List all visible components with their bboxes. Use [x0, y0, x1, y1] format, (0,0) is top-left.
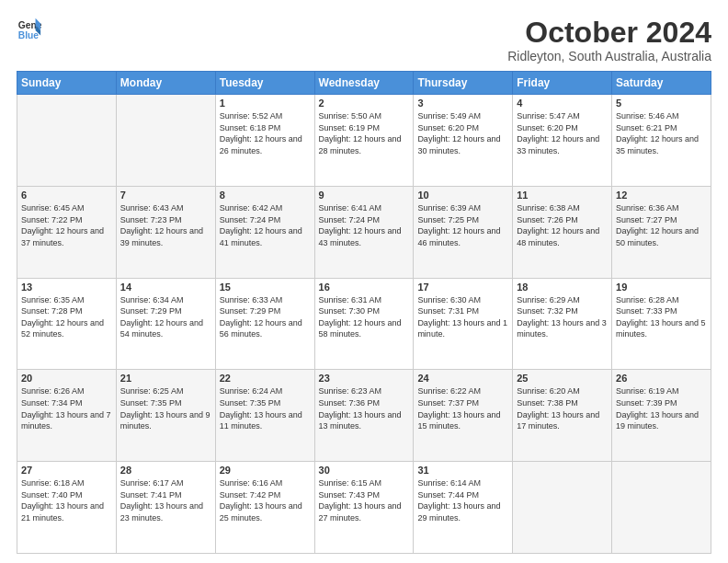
day-info: Sunrise: 6:42 AM Sunset: 7:24 PM Dayligh…	[220, 202, 311, 248]
day-number: 26	[616, 373, 707, 384]
day-info: Sunrise: 6:23 AM Sunset: 7:36 PM Dayligh…	[319, 385, 410, 431]
table-row: 2Sunrise: 5:50 AM Sunset: 6:19 PM Daylig…	[314, 95, 414, 187]
day-number: 20	[21, 373, 112, 384]
day-number: 2	[319, 98, 410, 109]
table-row: 3Sunrise: 5:49 AM Sunset: 6:20 PM Daylig…	[414, 95, 513, 187]
table-row	[612, 462, 711, 554]
table-row: 6Sunrise: 6:45 AM Sunset: 7:22 PM Daylig…	[17, 186, 117, 278]
table-row: 25Sunrise: 6:20 AM Sunset: 7:38 PM Dayli…	[513, 370, 612, 462]
day-number: 5	[616, 98, 707, 109]
table-row	[513, 462, 612, 554]
table-row: 19Sunrise: 6:28 AM Sunset: 7:33 PM Dayli…	[612, 278, 711, 370]
table-row: 30Sunrise: 6:15 AM Sunset: 7:43 PM Dayli…	[314, 462, 414, 554]
day-info: Sunrise: 6:24 AM Sunset: 7:35 PM Dayligh…	[220, 385, 311, 431]
day-info: Sunrise: 6:19 AM Sunset: 7:39 PM Dayligh…	[616, 385, 707, 431]
day-number: 29	[220, 465, 311, 476]
day-number: 18	[517, 282, 608, 293]
header: General Blue October 2024 Ridleyton, Sou…	[17, 17, 711, 63]
day-info: Sunrise: 6:38 AM Sunset: 7:26 PM Dayligh…	[517, 202, 608, 248]
calendar-header-row: Sunday Monday Tuesday Wednesday Thursday…	[17, 72, 711, 95]
table-row: 17Sunrise: 6:30 AM Sunset: 7:31 PM Dayli…	[414, 278, 513, 370]
day-number: 23	[319, 373, 410, 384]
day-number: 12	[616, 190, 707, 201]
calendar-week-2: 6Sunrise: 6:45 AM Sunset: 7:22 PM Daylig…	[17, 186, 711, 278]
day-info: Sunrise: 6:18 AM Sunset: 7:40 PM Dayligh…	[21, 477, 112, 523]
day-info: Sunrise: 6:35 AM Sunset: 7:28 PM Dayligh…	[21, 294, 112, 340]
table-row: 29Sunrise: 6:16 AM Sunset: 7:42 PM Dayli…	[215, 462, 314, 554]
table-row: 26Sunrise: 6:19 AM Sunset: 7:39 PM Dayli…	[612, 370, 711, 462]
table-row: 10Sunrise: 6:39 AM Sunset: 7:25 PM Dayli…	[414, 186, 513, 278]
table-row: 9Sunrise: 6:41 AM Sunset: 7:24 PM Daylig…	[314, 186, 414, 278]
table-row: 24Sunrise: 6:22 AM Sunset: 7:37 PM Dayli…	[414, 370, 513, 462]
table-row: 20Sunrise: 6:26 AM Sunset: 7:34 PM Dayli…	[17, 370, 117, 462]
calendar-week-5: 27Sunrise: 6:18 AM Sunset: 7:40 PM Dayli…	[17, 462, 711, 554]
day-number: 10	[417, 190, 508, 201]
day-number: 30	[319, 465, 410, 476]
day-info: Sunrise: 6:29 AM Sunset: 7:32 PM Dayligh…	[517, 294, 608, 340]
day-number: 1	[220, 98, 311, 109]
day-number: 14	[120, 282, 211, 293]
location: Ridleyton, South Australia, Australia	[507, 49, 711, 63]
logo: General Blue	[17, 17, 42, 42]
day-number: 3	[417, 98, 508, 109]
col-monday: Monday	[116, 72, 215, 95]
table-row: 8Sunrise: 6:42 AM Sunset: 7:24 PM Daylig…	[215, 186, 314, 278]
day-info: Sunrise: 5:47 AM Sunset: 6:20 PM Dayligh…	[517, 110, 608, 156]
day-info: Sunrise: 5:50 AM Sunset: 6:19 PM Dayligh…	[319, 110, 410, 156]
table-row: 27Sunrise: 6:18 AM Sunset: 7:40 PM Dayli…	[17, 462, 117, 554]
calendar-week-1: 1Sunrise: 5:52 AM Sunset: 6:18 PM Daylig…	[17, 95, 711, 187]
table-row: 1Sunrise: 5:52 AM Sunset: 6:18 PM Daylig…	[215, 95, 314, 187]
table-row: 18Sunrise: 6:29 AM Sunset: 7:32 PM Dayli…	[513, 278, 612, 370]
table-row: 31Sunrise: 6:14 AM Sunset: 7:44 PM Dayli…	[414, 462, 513, 554]
day-number: 13	[21, 282, 112, 293]
day-info: Sunrise: 6:33 AM Sunset: 7:29 PM Dayligh…	[220, 294, 311, 340]
table-row: 21Sunrise: 6:25 AM Sunset: 7:35 PM Dayli…	[116, 370, 215, 462]
col-tuesday: Tuesday	[215, 72, 314, 95]
calendar-week-3: 13Sunrise: 6:35 AM Sunset: 7:28 PM Dayli…	[17, 278, 711, 370]
svg-text:Blue: Blue	[18, 30, 40, 40]
day-number: 8	[220, 190, 311, 201]
col-thursday: Thursday	[414, 72, 513, 95]
day-number: 6	[21, 190, 112, 201]
day-number: 21	[120, 373, 211, 384]
table-row: 28Sunrise: 6:17 AM Sunset: 7:41 PM Dayli…	[116, 462, 215, 554]
day-info: Sunrise: 6:25 AM Sunset: 7:35 PM Dayligh…	[120, 385, 211, 431]
day-info: Sunrise: 6:16 AM Sunset: 7:42 PM Dayligh…	[220, 477, 311, 523]
calendar-week-4: 20Sunrise: 6:26 AM Sunset: 7:34 PM Dayli…	[17, 370, 711, 462]
day-info: Sunrise: 6:31 AM Sunset: 7:30 PM Dayligh…	[319, 294, 410, 340]
day-number: 25	[517, 373, 608, 384]
table-row: 12Sunrise: 6:36 AM Sunset: 7:27 PM Dayli…	[612, 186, 711, 278]
day-info: Sunrise: 6:26 AM Sunset: 7:34 PM Dayligh…	[21, 385, 112, 431]
table-row: 11Sunrise: 6:38 AM Sunset: 7:26 PM Dayli…	[513, 186, 612, 278]
table-row	[116, 95, 215, 187]
day-number: 22	[220, 373, 311, 384]
table-row	[17, 95, 117, 187]
table-row: 16Sunrise: 6:31 AM Sunset: 7:30 PM Dayli…	[314, 278, 414, 370]
day-number: 27	[21, 465, 112, 476]
day-info: Sunrise: 6:39 AM Sunset: 7:25 PM Dayligh…	[417, 202, 508, 248]
day-info: Sunrise: 6:41 AM Sunset: 7:24 PM Dayligh…	[319, 202, 410, 248]
table-row: 15Sunrise: 6:33 AM Sunset: 7:29 PM Dayli…	[215, 278, 314, 370]
title-block: October 2024 Ridleyton, South Australia,…	[507, 17, 711, 63]
day-info: Sunrise: 6:43 AM Sunset: 7:23 PM Dayligh…	[120, 202, 211, 248]
col-wednesday: Wednesday	[314, 72, 414, 95]
col-friday: Friday	[513, 72, 612, 95]
day-number: 31	[417, 465, 508, 476]
day-number: 16	[319, 282, 410, 293]
day-number: 11	[517, 190, 608, 201]
month-title: October 2024	[507, 17, 711, 49]
day-info: Sunrise: 6:36 AM Sunset: 7:27 PM Dayligh…	[616, 202, 707, 248]
day-info: Sunrise: 6:28 AM Sunset: 7:33 PM Dayligh…	[616, 294, 707, 340]
day-info: Sunrise: 6:30 AM Sunset: 7:31 PM Dayligh…	[417, 294, 508, 340]
day-info: Sunrise: 5:52 AM Sunset: 6:18 PM Dayligh…	[220, 110, 311, 156]
calendar-table: Sunday Monday Tuesday Wednesday Thursday…	[17, 71, 711, 554]
day-number: 15	[220, 282, 311, 293]
day-info: Sunrise: 6:45 AM Sunset: 7:22 PM Dayligh…	[21, 202, 112, 248]
table-row: 13Sunrise: 6:35 AM Sunset: 7:28 PM Dayli…	[17, 278, 117, 370]
day-number: 19	[616, 282, 707, 293]
table-row: 14Sunrise: 6:34 AM Sunset: 7:29 PM Dayli…	[116, 278, 215, 370]
day-number: 4	[517, 98, 608, 109]
day-info: Sunrise: 6:22 AM Sunset: 7:37 PM Dayligh…	[417, 385, 508, 431]
table-row: 7Sunrise: 6:43 AM Sunset: 7:23 PM Daylig…	[116, 186, 215, 278]
table-row: 5Sunrise: 5:46 AM Sunset: 6:21 PM Daylig…	[612, 95, 711, 187]
